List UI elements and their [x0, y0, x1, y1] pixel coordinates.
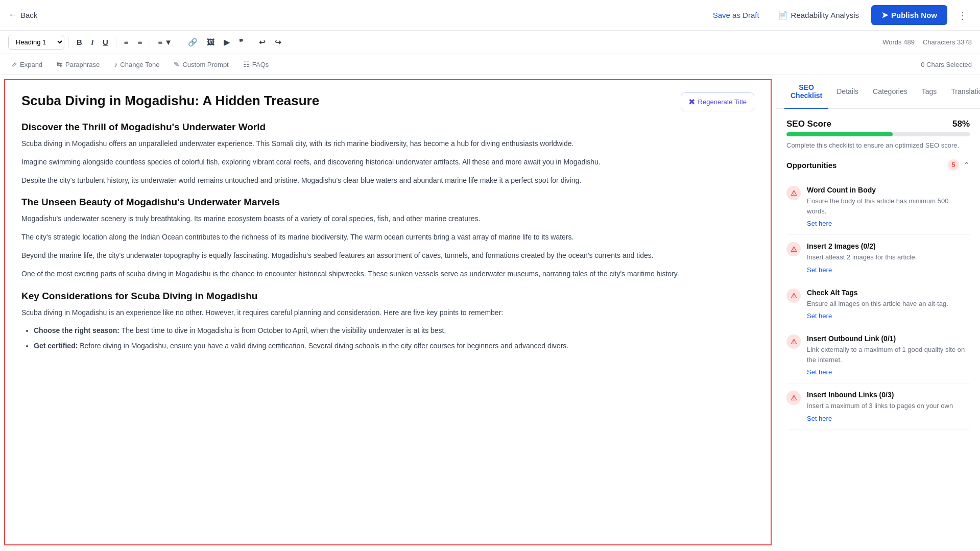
- tab-details[interactable]: Details: [830, 75, 865, 109]
- opp-desc-2: Insert atleast 2 images for this article…: [807, 252, 970, 262]
- opp-link-3[interactable]: Set here: [807, 312, 832, 320]
- opp-link-2[interactable]: Set here: [807, 266, 832, 274]
- collapse-opportunities-button[interactable]: ⌃: [963, 160, 970, 170]
- faqs-button[interactable]: ☷ FAQs: [240, 58, 272, 70]
- article-para-1-1: Scuba diving in Mogadishu offers an unpa…: [21, 138, 754, 150]
- bold-button[interactable]: B: [73, 35, 86, 49]
- back-button[interactable]: ← Back: [8, 10, 37, 20]
- opp-content-5: Insert Inbound Links (0/3) Insert a maxi…: [807, 391, 970, 422]
- opportunity-item-1: ⚠ Word Count in Body Ensure the body of …: [786, 179, 970, 235]
- change-tone-button[interactable]: ♪ Change Tone: [111, 58, 162, 70]
- regenerate-title-button[interactable]: ✖ Regenerate Title: [681, 92, 754, 111]
- opp-name-1: Word Count in Body: [807, 186, 970, 194]
- opp-name-4: Insert Outbound Link (0/1): [807, 334, 970, 343]
- unordered-list-button[interactable]: ≡: [121, 35, 132, 49]
- top-bar-right: Save as Draft 📄 Readability Analysis ➤ P…: [707, 5, 972, 25]
- article-para-2-2: The city's strategic location along the …: [21, 231, 754, 244]
- top-bar-left: ← Back: [8, 10, 37, 20]
- italic-button[interactable]: I: [88, 35, 97, 49]
- bullet-list: Choose the right season: The best time t…: [21, 325, 754, 352]
- article-title[interactable]: Scuba Diving in Mogadishu: A Hidden Trea…: [21, 92, 319, 110]
- paraphrase-button[interactable]: ↹ Paraphrase: [54, 58, 103, 70]
- opp-link-1[interactable]: Set here: [807, 220, 832, 227]
- send-icon: ➤: [881, 10, 888, 20]
- quote-button[interactable]: ❞: [235, 35, 247, 50]
- article-para-2-3: Beyond the marine life, the city's under…: [21, 250, 754, 262]
- right-panel: SEO Checklist Details Categories Tags Tr…: [776, 75, 980, 549]
- more-options-button[interactable]: ⋮: [953, 7, 972, 23]
- seo-score-row: SEO Score 58%: [786, 119, 970, 129]
- publish-button[interactable]: ➤ Publish Now: [871, 5, 947, 25]
- redo-button[interactable]: ↪: [271, 35, 285, 50]
- opp-warning-icon-4: ⚠: [786, 334, 801, 349]
- regenerate-icon: ✖: [688, 97, 695, 107]
- readability-button[interactable]: 📄 Readability Analysis: [772, 6, 865, 24]
- chars-count: Characters 3378: [923, 38, 972, 46]
- ai-toolbar: ⇗ Expand ↹ Paraphrase ♪ Change Tone ✎ Cu…: [0, 54, 980, 75]
- section-heading-3: Key Considerations for Scuba Diving in M…: [21, 291, 754, 302]
- opportunity-item-4: ⚠ Insert Outbound Link (0/1) Link extern…: [786, 327, 970, 384]
- change-tone-label: Change Tone: [120, 61, 159, 68]
- publish-label: Publish Now: [891, 11, 937, 19]
- opp-name-3: Check Alt Tags: [807, 289, 970, 297]
- article-title-row: Scuba Diving in Mogadishu: A Hidden Trea…: [21, 92, 754, 111]
- opp-link-4[interactable]: Set here: [807, 368, 832, 376]
- opp-desc-4: Link externally to a maximum of 1 good q…: [807, 345, 970, 365]
- opp-desc-3: Ensure all images on this article have a…: [807, 299, 970, 309]
- opportunities-header: Opportunities 5 ⌃: [786, 159, 970, 171]
- heading-select[interactable]: Heading 1 Heading 2 Heading 3 Normal: [8, 35, 64, 50]
- opp-name-5: Insert Inbound Links (0/3): [807, 391, 970, 399]
- video-button[interactable]: ▶: [220, 35, 233, 50]
- article-para-1-3: Despite the city's turbulent history, it…: [21, 175, 754, 187]
- expand-label: Expand: [20, 61, 42, 68]
- toolbar-divider-2: [116, 37, 116, 47]
- opp-content-3: Check Alt Tags Ensure all images on this…: [807, 289, 970, 320]
- opp-desc-5: Insert a maximum of 3 links to pages on …: [807, 401, 970, 411]
- panel-tabs: SEO Checklist Details Categories Tags Tr…: [776, 75, 980, 109]
- undo-button[interactable]: ↩: [255, 35, 269, 50]
- opportunities-title: Opportunities: [786, 161, 836, 170]
- bullet-item-1: Choose the right season: The best time t…: [34, 325, 754, 337]
- bullet-2-text: Before diving in Mogadishu, ensure you h…: [80, 342, 568, 350]
- seo-description: Complete this checklist to ensure an opt…: [786, 141, 970, 149]
- faqs-label: FAQs: [252, 61, 269, 68]
- toolbar-divider-5: [251, 37, 251, 47]
- opp-content-4: Insert Outbound Link (0/1) Link external…: [807, 334, 970, 376]
- seo-panel: SEO Score 58% Complete this checklist to…: [776, 109, 980, 440]
- image-button[interactable]: 🖼: [203, 35, 218, 49]
- toolbar-divider-1: [68, 37, 69, 47]
- tone-icon: ♪: [114, 60, 117, 68]
- align-button[interactable]: ≡ ▼: [154, 35, 176, 49]
- opp-link-5[interactable]: Set here: [807, 415, 832, 422]
- readability-label: Readability Analysis: [791, 11, 859, 19]
- chars-selected: 0 Chars Selected: [921, 61, 972, 68]
- underline-button[interactable]: U: [99, 35, 112, 49]
- toolbar-divider-4: [180, 37, 180, 47]
- toolbar-divider-3: [150, 37, 150, 47]
- tab-translations[interactable]: Translations: [945, 75, 980, 109]
- opp-name-2: Insert 2 Images (0/2): [807, 242, 970, 250]
- seo-score-percent: 58%: [952, 119, 970, 129]
- opp-warning-icon-5: ⚠: [786, 391, 801, 405]
- opportunity-item-3: ⚠ Check Alt Tags Ensure all images on th…: [786, 281, 970, 328]
- save-draft-button[interactable]: Save as Draft: [707, 7, 766, 23]
- opportunities-count: 5: [948, 159, 959, 171]
- seo-progress-fill: [786, 132, 893, 136]
- main-layout: Scuba Diving in Mogadishu: A Hidden Trea…: [0, 75, 980, 549]
- custom-prompt-label: Custom Prompt: [182, 61, 228, 68]
- expand-button[interactable]: ⇗ Expand: [8, 58, 45, 70]
- bullet-1-bold: Choose the right season:: [34, 326, 119, 334]
- ordered-list-button[interactable]: ≡: [134, 35, 146, 49]
- link-button[interactable]: 🔗: [184, 35, 201, 50]
- tab-tags[interactable]: Tags: [916, 75, 943, 109]
- opp-desc-1: Ensure the body of this article has mini…: [807, 196, 970, 216]
- bullet-item-2: Get certified: Before diving in Mogadish…: [34, 340, 754, 352]
- word-count-area: Words 489 Characters 3378: [882, 38, 972, 46]
- editor-area[interactable]: Scuba Diving in Mogadishu: A Hidden Trea…: [4, 79, 772, 545]
- custom-prompt-button[interactable]: ✎ Custom Prompt: [171, 58, 231, 70]
- tab-seo-checklist[interactable]: SEO Checklist: [784, 75, 828, 109]
- section-heading-1: Discover the Thrill of Mogadishu's Under…: [21, 122, 754, 133]
- tab-categories[interactable]: Categories: [867, 75, 914, 109]
- regenerate-label: Regenerate Title: [698, 98, 747, 106]
- opportunity-item-5: ⚠ Insert Inbound Links (0/3) Insert a ma…: [786, 384, 970, 430]
